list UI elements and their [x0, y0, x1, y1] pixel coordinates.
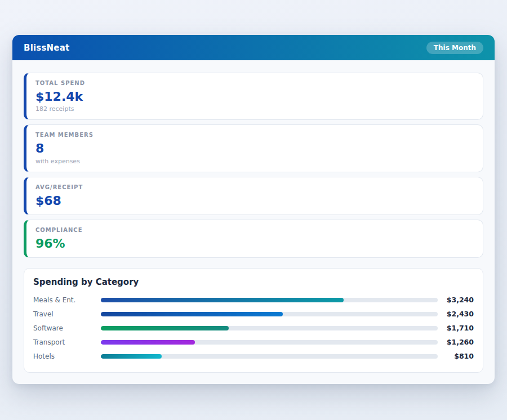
bar-transport [101, 340, 195, 345]
stat-value: $12.4k [35, 90, 474, 104]
category-label: Transport [33, 338, 101, 346]
stat-card-total-spend: TOTAL SPEND $12.4k 182 receipts [24, 73, 483, 120]
stat-card-team-members: TEAM MEMBERS 8 with expenses [24, 124, 483, 172]
category-value: $810 [443, 352, 474, 360]
category-row-meals-ent: Meals & Ent. $3,240 [33, 293, 474, 307]
stat-card-compliance: COMPLIANCE 96% [24, 220, 483, 258]
category-row-software: Software $1,710 [33, 321, 474, 335]
category-value: $1,710 [443, 324, 474, 332]
stat-card-avg-receipt: AVG/RECEIPT $68 [24, 177, 483, 215]
bar-hotels [101, 354, 162, 359]
period-filter-badge[interactable]: This Month [426, 42, 483, 54]
dashboard-card: BlissNeat This Month TOTAL SPEND $12.4k … [12, 35, 495, 384]
stat-label: TEAM MEMBERS [35, 132, 474, 138]
category-label: Meals & Ent. [33, 296, 101, 304]
stat-subtext: with expenses [35, 158, 474, 165]
category-card-title: Spending by Category [33, 277, 474, 287]
bar-track [101, 298, 438, 302]
category-row-travel: Travel $2,430 [33, 307, 474, 321]
category-row-hotels: Hotels $810 [33, 349, 474, 363]
bar-software [101, 326, 229, 330]
category-value: $3,240 [443, 296, 474, 304]
category-label: Software [33, 324, 101, 332]
stat-label: AVG/RECEIPT [35, 184, 474, 190]
spending-by-category-card: Spending by Category Meals & Ent. $3,240… [24, 268, 483, 373]
category-label: Travel [33, 310, 101, 318]
bar-meals-ent [101, 298, 344, 302]
category-row-transport: Transport $1,260 [33, 335, 474, 349]
dashboard-content: TOTAL SPEND $12.4k 182 receipts TEAM MEM… [12, 60, 495, 384]
stat-label: COMPLIANCE [35, 227, 474, 233]
stat-value: $68 [35, 194, 474, 208]
category-value: $2,430 [443, 310, 474, 318]
stat-label: TOTAL SPEND [35, 80, 474, 86]
app-title: BlissNeat [24, 43, 69, 53]
category-value: $1,260 [443, 338, 474, 346]
bar-track [101, 326, 438, 330]
bar-track [101, 312, 438, 316]
stat-value: 96% [35, 236, 474, 251]
app-header: BlissNeat This Month [12, 35, 495, 60]
bar-track [101, 340, 438, 345]
category-label: Hotels [33, 352, 101, 360]
stat-value: 8 [35, 141, 474, 155]
bar-travel [101, 312, 283, 316]
bar-track [101, 354, 438, 359]
stat-subtext: 182 receipts [35, 105, 474, 113]
